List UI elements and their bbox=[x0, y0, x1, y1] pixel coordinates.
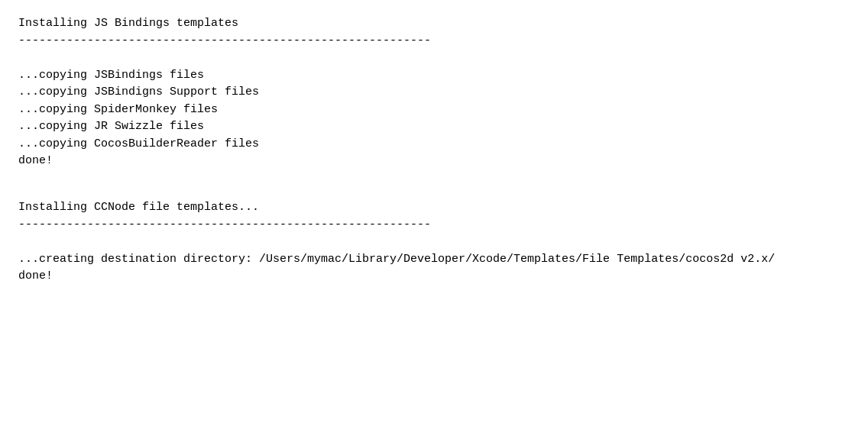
ccnode-lines: ...creating destination directory: /User… bbox=[18, 234, 850, 286]
ccnode-title: Installing CCNode file templates... bbox=[18, 199, 850, 217]
ccnode-section: Installing CCNode file templates... ----… bbox=[18, 199, 850, 286]
ccnode-divider: ----------------------------------------… bbox=[18, 217, 850, 234]
js-bindings-title: Installing JS Bindings templates bbox=[18, 15, 850, 33]
js-bindings-divider: ----------------------------------------… bbox=[18, 33, 850, 50]
js-bindings-section: Installing JS Bindings templates -------… bbox=[18, 15, 850, 187]
terminal-output: Installing JS Bindings templates -------… bbox=[18, 15, 850, 286]
js-bindings-lines: ...copying JSBindings files ...copying J… bbox=[18, 50, 850, 187]
